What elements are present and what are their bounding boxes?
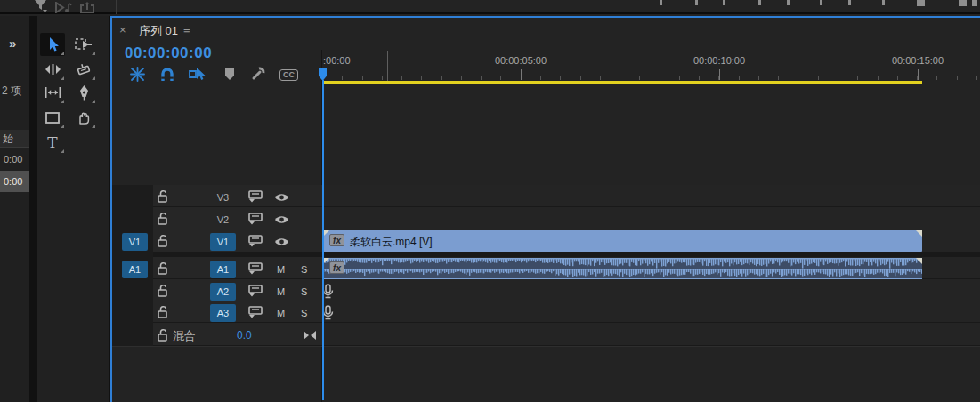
track-controls-a1: A1 A1 M S <box>112 259 322 278</box>
filter-funnel-icon[interactable] <box>34 0 48 16</box>
track-lock-icon[interactable] <box>157 234 168 251</box>
ruler-gridline <box>387 51 388 81</box>
track-lock-icon[interactable] <box>157 284 168 301</box>
video-clip[interactable]: fx 柔软白云.mp4 [V] <box>323 230 922 252</box>
sync-lock-icon[interactable] <box>247 306 263 322</box>
play-audio-preview-icon[interactable] <box>55 1 72 17</box>
master-volume-value[interactable]: 0.0 <box>237 329 252 342</box>
audio-clip[interactable]: fx <box>323 258 922 279</box>
rectangle-tool[interactable] <box>40 106 65 129</box>
mute-button[interactable]: M <box>277 302 285 324</box>
add-marker-icon[interactable] <box>223 68 236 84</box>
sync-lock-icon[interactable] <box>247 213 263 229</box>
work-area-bar[interactable] <box>323 81 922 84</box>
major-tick <box>719 69 720 80</box>
item-count-label: 2 项 <box>2 84 21 99</box>
slip-tool[interactable] <box>40 81 65 104</box>
time-ruler[interactable] <box>322 76 980 80</box>
playhead-timecode[interactable]: 00:00:00:00 <box>125 44 212 62</box>
major-tick <box>521 69 522 80</box>
toggle-track-output-eye-icon[interactable] <box>274 190 289 206</box>
fx-badge[interactable]: fx <box>329 261 344 274</box>
track-controls-a3: A3 M S <box>112 302 322 322</box>
track-controls-a2: A2 M S <box>112 281 322 301</box>
track-lane-v3[interactable] <box>322 185 980 207</box>
ruler-tick-label: 00:00:10:00 <box>693 55 745 66</box>
mute-button[interactable]: M <box>277 281 285 302</box>
track-select-forward-tool[interactable] <box>71 33 96 56</box>
type-tool[interactable]: T <box>40 131 65 154</box>
track-target-v3[interactable]: V3 <box>210 189 236 206</box>
export-icon[interactable] <box>80 1 94 17</box>
flyout-indicator <box>61 125 64 128</box>
track-lane-master[interactable] <box>322 323 980 346</box>
pen-tool[interactable] <box>71 81 96 104</box>
linked-selection-icon[interactable] <box>189 67 206 84</box>
solo-button[interactable]: S <box>301 302 307 324</box>
flyout-indicator <box>61 100 64 103</box>
track-target-a1[interactable]: A1 <box>210 261 236 278</box>
track-lock-icon[interactable] <box>157 328 168 345</box>
sync-lock-icon[interactable] <box>247 235 263 251</box>
clipped-icon <box>695 0 698 5</box>
source-patch-v1[interactable]: V1 <box>122 233 148 251</box>
track-lane-a3[interactable] <box>322 302 980 323</box>
track-target-a2[interactable]: A2 <box>210 283 236 301</box>
source-patch-a1[interactable]: A1 <box>122 261 148 278</box>
clipped-icon <box>758 0 761 5</box>
tab-sequence-title[interactable]: 序列 01 <box>139 23 178 39</box>
toggle-track-output-eye-icon[interactable] <box>274 213 289 229</box>
panel-collapse-chevron[interactable]: » <box>9 36 14 51</box>
sync-lock-icon[interactable] <box>247 190 263 206</box>
timeline-display-settings-icon[interactable] <box>250 66 266 85</box>
fx-badge[interactable]: fx <box>329 234 344 246</box>
list-item[interactable]: 0:00 <box>0 171 29 192</box>
panel-menu-icon[interactable]: ≡ <box>183 23 190 36</box>
keyframe-toggle-icon[interactable] <box>303 329 317 345</box>
track-target-v2[interactable]: V2 <box>210 211 236 229</box>
list-item[interactable]: 0:00 <box>0 149 29 169</box>
flyout-indicator <box>61 149 64 153</box>
ripple-edit-tool[interactable] <box>40 58 65 81</box>
divider <box>116 0 117 14</box>
ruler-tick-label: 00:00:15:00 <box>892 55 944 66</box>
track-lock-icon[interactable] <box>157 261 168 278</box>
mute-button[interactable]: M <box>277 259 285 280</box>
audio-waveform <box>323 258 922 279</box>
track-lock-icon[interactable] <box>157 212 168 229</box>
hand-tool[interactable] <box>71 106 96 129</box>
solo-button[interactable]: S <box>301 259 307 280</box>
playhead-line[interactable] <box>322 80 324 400</box>
track-lock-icon[interactable] <box>157 189 168 206</box>
track-target-a3[interactable]: A3 <box>210 304 236 322</box>
insert-overwrite-sequence-icon[interactable] <box>130 67 145 85</box>
sync-lock-icon[interactable] <box>247 262 263 278</box>
track-controls-master: 混合 0.0 <box>112 326 322 345</box>
flyout-indicator <box>92 52 95 55</box>
flyout-indicator <box>61 52 64 55</box>
project-panel-clipped: » 2 项 始 0:00 0:00 <box>0 16 29 402</box>
column-header-start[interactable]: 始 <box>0 130 29 148</box>
clipped-icon <box>882 0 885 5</box>
clip-corner <box>323 230 329 237</box>
selection-tool[interactable] <box>40 33 65 56</box>
solo-button[interactable]: S <box>301 281 307 302</box>
clipped-icon <box>848 0 851 5</box>
track-lane-v2[interactable] <box>322 207 980 229</box>
track-lock-icon[interactable] <box>157 305 168 322</box>
flyout-indicator <box>92 76 95 80</box>
track-controls-v1: V1 V1 <box>112 231 322 251</box>
track-target-v1[interactable]: V1 <box>210 233 236 251</box>
divider <box>112 346 980 347</box>
toggle-track-output-eye-icon[interactable] <box>274 235 289 251</box>
track-lane-a2[interactable] <box>322 279 980 302</box>
captions-icon[interactable]: CC <box>279 69 298 81</box>
flyout-indicator <box>61 76 64 80</box>
master-track-label: 混合 <box>173 328 196 344</box>
clipped-icon <box>723 0 725 5</box>
clipped-icon <box>787 0 790 5</box>
tab-close-icon[interactable]: × <box>119 23 126 36</box>
snap-magnet-icon[interactable] <box>160 67 174 85</box>
razor-tool[interactable] <box>71 58 96 81</box>
sync-lock-icon[interactable] <box>247 285 263 301</box>
